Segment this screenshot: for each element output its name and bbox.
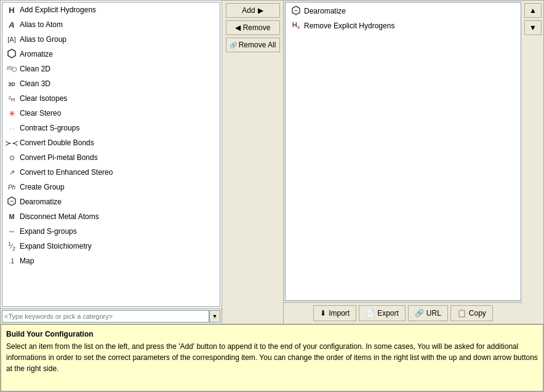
right-list[interactable]: Dearomatize Hx Remove Explicit Hydrogens	[285, 2, 521, 301]
item-icon-clear-isotopes: 2H	[5, 95, 18, 103]
search-input[interactable]	[2, 310, 209, 322]
item-label-map: Map	[20, 257, 34, 265]
left-panel: H Add Explicit Hydrogens A Alias to Atom…	[1, 1, 222, 324]
list-item[interactable]: · · Contract S-groups	[2, 121, 220, 135]
remove-all-label: Remove All	[239, 41, 276, 49]
item-icon-clean-3d: 3D	[5, 81, 18, 87]
item-label-clean-3d: Clean 3D	[20, 79, 50, 88]
list-item[interactable]: H Add Explicit Hydrogens	[2, 2, 220, 17]
list-item[interactable]: Aromatize	[2, 47, 220, 62]
list-item[interactable]: M Disconnect Metal Atoms	[2, 209, 220, 224]
item-icon-expand-sgroups: ↔	[5, 227, 18, 236]
copy-icon: 📋	[457, 309, 466, 318]
right-icon-dearomatize-right	[289, 6, 303, 17]
middle-controls: Add ▶ ◀ Remove 🔗 Remove All	[222, 1, 284, 324]
remove-all-button[interactable]: 🔗 Remove All	[226, 38, 280, 52]
info-title: Build Your Configuration	[6, 329, 538, 340]
item-label-convert-enhanced: Convert to Enhanced Stereo	[20, 168, 113, 177]
up-icon: ▲	[529, 6, 537, 15]
item-label-create-group: Create Group	[20, 183, 65, 191]
item-icon-expand-stoich: 1⁄2	[5, 241, 18, 252]
item-icon-alias-to-group: [A]	[5, 36, 18, 43]
url-label: URL	[426, 309, 441, 318]
right-panel: Dearomatize Hx Remove Explicit Hydrogens…	[284, 1, 522, 324]
url-icon: 🔗	[415, 309, 424, 318]
list-item[interactable]: Dearomatize	[2, 194, 220, 209]
item-icon-convert-double-bonds: ≻≺	[5, 138, 18, 148]
item-icon-convert-enhanced: ↗	[5, 169, 18, 177]
export-button[interactable]: 📄 Export	[359, 305, 406, 321]
copy-label: Copy	[469, 309, 486, 318]
top-section: H Add Explicit Hydrogens A Alias to Atom…	[1, 1, 543, 324]
list-item[interactable]: .1 Map	[2, 254, 220, 268]
svg-marker-0	[8, 49, 15, 58]
item-label-expand-stoich: Expand Stoichiometry	[20, 242, 92, 250]
item-label-add-explicit-h: Add Explicit Hydrogens	[20, 6, 96, 14]
item-label-alias-to-atom: Alias to Atom	[20, 20, 63, 29]
down-icon: ▼	[529, 23, 537, 32]
item-icon-create-group: Ph	[5, 184, 18, 191]
down-button[interactable]: ▼	[524, 20, 542, 35]
right-list-item[interactable]: Hx Remove Explicit Hydrogens	[287, 18, 519, 33]
item-icon-clear-stereo: ✳	[5, 109, 18, 118]
right-label-dearomatize-right: Dearomatize	[304, 7, 346, 15]
up-button[interactable]: ▲	[524, 3, 542, 18]
copy-button[interactable]: 📋 Copy	[450, 305, 493, 321]
remove-label: Remove	[243, 23, 271, 32]
main-container: H Add Explicit Hydrogens A Alias to Atom…	[0, 0, 544, 392]
add-label: Add	[242, 6, 255, 15]
right-label-remove-explicit-h: Remove Explicit Hydrogens	[304, 22, 394, 30]
export-label: Export	[377, 309, 399, 318]
list-item[interactable]: ↔ Expand S-groups	[2, 224, 220, 239]
import-icon: ⬇	[320, 309, 326, 318]
add-button[interactable]: Add ▶	[226, 3, 280, 18]
item-label-convert-double-bonds: Convert Double Bonds	[20, 138, 94, 147]
search-container: ▼	[1, 308, 222, 324]
remove-back-icon: ◀	[235, 23, 241, 32]
list-item[interactable]: ✳ Clear Stereo	[2, 106, 220, 121]
item-label-clear-isotopes: Clear Isotopes	[20, 94, 67, 103]
list-item[interactable]: 1⁄2 Expand Stoichiometry	[2, 239, 220, 254]
item-icon-add-explicit-h: H	[5, 6, 18, 15]
item-label-aromatize: Aromatize	[20, 50, 53, 58]
list-item[interactable]: Ph Create Group	[2, 180, 220, 194]
item-icon-dearomatize	[5, 196, 18, 207]
list-item[interactable]: ↗ Convert to Enhanced Stereo	[2, 165, 220, 180]
item-label-dearomatize: Dearomatize	[20, 198, 62, 206]
item-label-contract-sgroups: Contract S-groups	[20, 124, 79, 132]
remove-button[interactable]: ◀ Remove	[226, 20, 280, 35]
remove-all-icon: 🔗	[230, 42, 237, 49]
left-list[interactable]: H Add Explicit Hydrogens A Alias to Atom…	[2, 2, 220, 307]
item-label-expand-sgroups: Expand S-groups	[20, 227, 77, 236]
add-icon: ▶	[258, 6, 263, 15]
arrow-panel: ▲ ▼	[522, 1, 543, 324]
right-icon-remove-explicit-h: Hx	[289, 21, 303, 30]
list-item[interactable]: ⊙ Convert Pi-metal Bonds	[2, 150, 220, 165]
item-label-disconnect-metal: Disconnect Metal Atoms	[20, 212, 99, 221]
list-item[interactable]: 2H Clear Isotopes	[2, 91, 220, 106]
info-text: Select an item from the list on the left…	[6, 341, 538, 374]
import-button[interactable]: ⬇ Import	[313, 305, 356, 321]
right-list-item[interactable]: Dearomatize	[287, 4, 519, 18]
item-icon-disconnect-metal: M	[5, 213, 18, 220]
info-section: Build Your Configuration Select an item …	[1, 324, 543, 391]
item-label-clear-stereo: Clear Stereo	[20, 109, 61, 118]
list-item[interactable]: 3D Clean 3D	[2, 76, 220, 91]
item-icon-contract-sgroups: · ·	[5, 125, 18, 132]
item-icon-clean-2d: 2D⬡	[5, 66, 18, 73]
item-icon-map: .1	[5, 258, 18, 265]
import-label: Import	[329, 309, 350, 318]
list-item[interactable]: [A] Alias to Group	[2, 32, 220, 47]
item-icon-alias-to-atom: A	[5, 20, 18, 30]
export-icon: 📄	[366, 309, 375, 318]
search-dropdown[interactable]: ▼	[209, 310, 220, 322]
list-item[interactable]: ≻≺ Convert Double Bonds	[2, 135, 220, 150]
item-label-convert-pi-metal: Convert Pi-metal Bonds	[20, 153, 98, 162]
bottom-buttons: ⬇ Import 📄 Export 🔗 URL 📋 Copy	[284, 302, 522, 324]
item-label-alias-to-group: Alias to Group	[20, 35, 66, 44]
item-icon-aromatize	[5, 49, 18, 60]
url-button[interactable]: 🔗 URL	[408, 305, 448, 321]
list-item[interactable]: 2D⬡ Clean 2D	[2, 62, 220, 76]
list-item[interactable]: A Alias to Atom	[2, 17, 220, 32]
item-label-clean-2d: Clean 2D	[20, 65, 50, 73]
